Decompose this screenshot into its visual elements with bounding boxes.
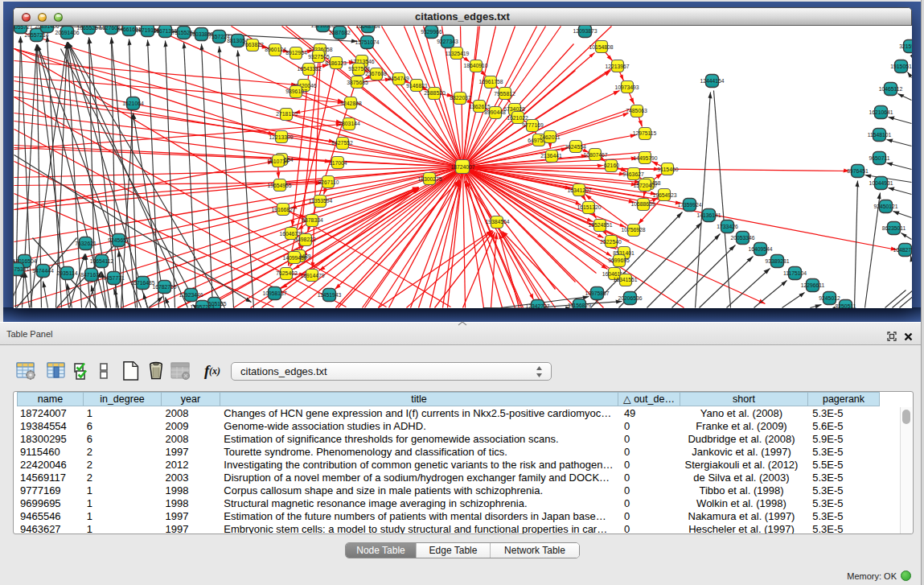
svg-text:7632621: 7632621 [75,241,97,246]
svg-text:10756928: 10756928 [621,227,645,233]
svg-text:19384554: 19384554 [485,219,509,225]
svg-text:10688639: 10688639 [630,201,655,207]
svg-text:2588520: 2588520 [424,90,446,96]
svg-text:1915051: 1915051 [890,64,912,69]
svg-text:93389281: 93389281 [765,258,789,264]
svg-text:9699695: 9699695 [608,257,630,263]
svg-text:117004: 117004 [329,160,347,166]
svg-text:9777169: 9777169 [522,122,544,128]
svg-text:10654112: 10654112 [90,258,114,264]
svg-text:16151320: 16151320 [577,204,601,210]
svg-text:19218506: 19218506 [310,26,335,28]
svg-text:10807467: 10807467 [583,152,607,158]
svg-text:16341551: 16341551 [613,277,637,282]
svg-text:20691406: 20691406 [55,30,79,35]
svg-text:10975867: 10975867 [585,290,609,296]
svg-text:9115460: 9115460 [658,167,679,172]
svg-text:16210641: 16210641 [869,109,893,115]
svg-text:10465112: 10465112 [879,86,903,92]
svg-text:9242848: 9242848 [340,101,362,106]
svg-text:9650711: 9650711 [869,155,890,161]
svg-text:11353594: 11353594 [309,198,333,204]
svg-text:16409544: 16409544 [748,246,772,252]
svg-text:1610734: 1610734 [267,159,289,164]
svg-text:10973493: 10973493 [614,84,639,90]
svg-text:8454749: 8454749 [388,76,409,81]
svg-text:10958137: 10958137 [262,290,286,296]
svg-text:8471676: 8471676 [80,272,102,278]
svg-text:12975115: 12975115 [633,130,657,136]
svg-text:11675331: 11675331 [14,266,30,272]
svg-text:(x): (x) [209,365,220,377]
svg-text:16482794: 16482794 [893,247,912,253]
svg-text:10655267: 10655267 [76,26,101,31]
svg-text:2803144: 2803144 [339,121,360,126]
svg-text:3624554: 3624554 [565,144,586,150]
svg-text:20891406: 20891406 [35,26,59,29]
svg-text:16914479: 16914479 [300,273,324,278]
svg-text:12342737: 12342737 [525,303,549,309]
svg-text:8822037: 8822037 [450,95,471,101]
svg-text:12923446: 12923446 [179,292,203,298]
svg-text:2935114: 2935114 [57,270,78,276]
svg-text:7663822: 7663822 [242,42,264,47]
svg-text:2587682: 2587682 [329,30,351,35]
svg-text:12444154: 12444154 [700,78,724,84]
svg-text:19654955: 19654955 [267,183,291,188]
svg-text:8250511: 8250511 [836,303,856,309]
svg-text:8912954: 8912954 [285,50,307,56]
svg-text:19166827: 19166827 [271,207,295,212]
svg-text:86235011: 86235011 [882,225,906,231]
svg-text:9457771: 9457771 [103,275,125,281]
svg-text:14055721: 14055721 [14,26,33,30]
svg-text:9245652: 9245652 [108,237,129,243]
svg-text:9327505: 9327505 [308,54,330,60]
svg-text:11156829: 11156829 [568,303,591,308]
svg-text:9474444: 9474444 [32,268,54,274]
svg-text:3215955: 3215955 [899,43,912,49]
svg-text:12296611: 12296611 [801,282,825,288]
svg-text:12213967: 12213967 [605,64,629,69]
svg-text:10154808: 10154808 [589,44,613,50]
svg-text:7625402: 7625402 [276,270,298,276]
svg-text:9227343: 9227343 [437,39,458,44]
svg-text:8878334: 8878334 [302,217,323,223]
svg-text:8186323: 8186323 [325,60,347,66]
svg-text:17957223: 17957223 [190,304,214,309]
svg-text:10044931: 10044931 [869,180,893,186]
svg-text:14495790: 14495790 [633,155,657,161]
svg-text:62160: 62160 [604,163,619,168]
svg-text:8267110: 8267110 [318,179,339,185]
svg-text:2136441: 2136441 [540,153,562,159]
svg-text:9463627: 9463627 [622,171,644,177]
svg-text:8427552: 8427552 [331,140,353,146]
svg-text:11451943: 11451943 [318,292,342,298]
svg-text:2522540: 2522540 [600,239,622,245]
svg-text:8960124: 8960124 [265,47,286,52]
svg-text:9329966: 9329966 [421,29,442,35]
svg-text:1621064: 1621064 [122,101,144,106]
svg-text:7462011: 7462011 [540,134,561,140]
svg-text:16648784: 16648784 [355,26,380,29]
svg-text:16782759: 16782759 [152,284,176,290]
svg-text:16543382: 16543382 [297,66,321,72]
svg-text:1733426: 1733426 [717,224,738,229]
svg-text:16961758: 16961758 [478,79,503,84]
svg-text:3875685: 3875685 [347,80,368,85]
svg-text:17359924: 17359924 [677,202,701,208]
svg-text:19654923: 19654923 [652,192,676,198]
svg-text:8976451: 8976451 [847,168,869,174]
svg-text:2367608: 2367608 [365,71,387,76]
svg-text:1621022: 1621022 [507,115,528,121]
svg-text:18640910: 18640910 [463,63,487,68]
svg-text:20206536: 20206536 [618,295,642,301]
svg-text:2718170: 2718170 [276,111,298,117]
svg-text:15716485: 15716485 [130,280,154,286]
svg-text:12093873: 12093873 [573,28,597,34]
svg-text:11325419: 11325419 [446,51,470,56]
svg-text:1362615: 1362615 [469,104,491,109]
svg-text:8990448: 8990448 [484,109,506,115]
svg-text:7485063: 7485063 [626,108,647,113]
svg-text:14099480: 14099480 [282,255,306,261]
svg-text:18724007: 18724007 [450,164,474,170]
